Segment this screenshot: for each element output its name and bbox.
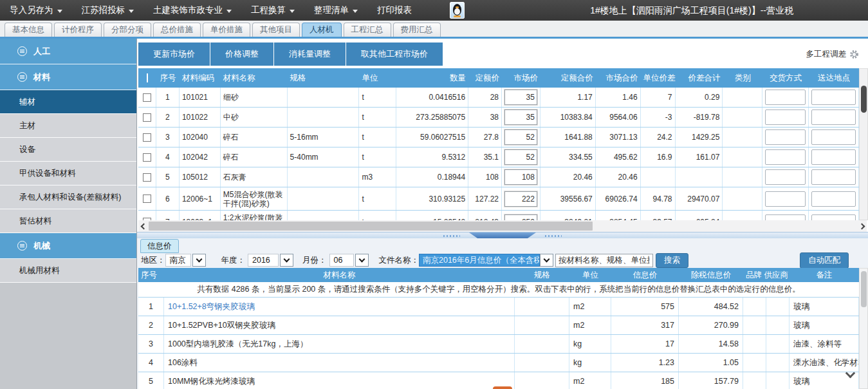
year-select[interactable] [280,254,293,267]
tab-人材机[interactable]: 人材机 [302,23,342,37]
column-header-定额价[interactable]: 定额价 [468,73,502,84]
column-header-checkbox[interactable] [138,73,156,82]
column-header-除税信息价[interactable]: 除税信息价 [679,270,743,281]
row-checkbox[interactable] [143,153,151,162]
sidebar-item-辅材[interactable]: 辅材 [0,90,136,114]
tab-分部分项[interactable]: 分部分项 [104,23,151,37]
market-price-input[interactable]: 52 [504,149,537,165]
column-header-规格[interactable]: 规格 [288,73,360,84]
horizontal-scroll-thumb[interactable] [149,222,593,231]
column-header-材料名称[interactable]: 材料名称 [221,73,288,84]
material-search-input[interactable] [555,254,653,267]
region-select[interactable] [192,254,206,267]
table-row[interactable]: 4102042碎石5-40mmt9.531235.152334.55495.62… [138,147,859,167]
select-all-checkbox[interactable] [147,73,148,82]
column-header-品牌 供应商[interactable]: 品牌 供应商 [743,270,790,281]
column-header-送达地点[interactable]: 送达地点 [809,73,859,84]
market-price-input[interactable]: 222 [504,191,537,207]
table-row[interactable]: 1101021细砂t0.041651628351.171.4670.29 [138,88,859,108]
panel-splitter[interactable] [137,232,868,238]
destination-input[interactable] [811,90,856,105]
column-header-材料名称[interactable]: 材料名称 [164,270,515,281]
info-price-row[interactable]: 31000型内墙乳胶漆（无光17kg，上海）kg1714.58油漆、涂料等 [138,335,859,354]
delivery-input[interactable] [765,149,806,165]
menu-item[interactable]: 工程换算 [241,0,304,21]
market-price-input[interactable]: 52 [504,129,537,145]
month-select[interactable] [355,254,369,267]
tab-计价程序[interactable]: 计价程序 [54,23,102,37]
file-select-value[interactable]: 南京2016年6月信息价（全本含税 [419,254,540,267]
destination-input[interactable] [811,169,856,185]
month-select-value[interactable]: 06 [329,254,354,267]
info-price-vertical-scrollbar[interactable] [859,268,868,389]
tab-总价措施[interactable]: 总价措施 [153,23,201,37]
menu-item[interactable]: 土建装饰市政专业 [143,0,241,21]
table-row[interactable]: 713003~11:2水泥砂浆(散装干拌(混)砂浆)t15.29542212.4… [138,211,859,220]
row-checkbox[interactable] [143,113,151,122]
column-header-单位[interactable]: 单位 [359,73,396,84]
row-checkbox[interactable] [143,194,151,203]
row-checkbox[interactable] [143,93,151,102]
bottom-splitter-handle[interactable] [493,386,512,389]
column-header-序号[interactable]: 序号 [138,270,164,281]
column-header-信息价[interactable]: 信息价 [611,270,679,281]
scroll-right-arrow-icon[interactable] [856,220,867,232]
sidebar-item-设备[interactable]: 设备 [0,138,136,162]
destination-input[interactable] [811,129,856,145]
info-price-scroll-thumb[interactable] [861,271,867,307]
row-checkbox[interactable] [143,173,151,182]
auto-match-button[interactable]: 自动匹配 [800,252,849,269]
column-header-数量[interactable]: 数量 [396,73,468,84]
sidebar-item-承包人材料和设备(差额材料)[interactable]: 承包人材料和设备(差额材料) [0,185,136,209]
menu-item[interactable]: 导入另存为 [0,0,72,21]
scroll-left-arrow-icon[interactable] [138,220,149,232]
tab-费用汇总[interactable]: 费用汇总 [393,23,441,37]
delivery-input[interactable] [765,169,806,185]
market-price-input[interactable]: 35 [504,90,537,105]
multi-project-adjust-tool[interactable]: 多工程调差 [806,49,860,60]
year-select-value[interactable]: 2016 [248,254,279,267]
toolbar-button-价格调整[interactable]: 价格调整 [210,43,273,66]
sidebar-item-暂估材料[interactable]: 暂估材料 [0,209,136,233]
info-price-row[interactable]: 4106涂料kg1.231.05溧水油漆、化学材料类 [138,354,859,372]
column-header-规格[interactable]: 规格 [515,270,569,281]
tab-工程汇总[interactable]: 工程汇总 [344,23,391,37]
destination-input[interactable] [811,214,856,221]
table-row[interactable]: 612006~1M5混合砂浆(散装干拌(混)砂浆)t310.93125127.2… [138,187,859,211]
table-row[interactable]: 3102040碎石5-16mmt59.0602751527.8521641.88… [138,128,859,147]
sidebar-item-甲供设备和材料[interactable]: 甲供设备和材料 [0,162,136,185]
destination-input[interactable] [811,149,856,165]
column-header-价差合计[interactable]: 价差合计 [676,73,723,84]
tab-其他项目[interactable]: 其他项目 [252,23,300,37]
menu-item[interactable]: 江苏招投标 [72,0,144,21]
column-header-类别[interactable]: 类别 [723,73,762,84]
file-select[interactable] [540,254,553,267]
market-price-input[interactable]: 108 [504,169,537,185]
menu-item[interactable]: 整理清单 [304,0,367,21]
search-button[interactable]: 搜索 [656,253,688,268]
delivery-input[interactable] [765,129,806,145]
delivery-input[interactable] [765,90,806,105]
column-header-交货方式[interactable]: 交货方式 [762,73,809,84]
delivery-input[interactable] [765,214,806,221]
delivery-input[interactable] [765,109,806,125]
toolbar-button-消耗量调整[interactable]: 消耗量调整 [274,43,346,66]
tab-基本信息[interactable]: 基本信息 [5,23,52,37]
sidebar-group-机械[interactable]: 机械 [0,233,136,259]
sidebar-item-主材[interactable]: 主材 [0,114,136,138]
info-price-row[interactable]: 110+1.52+8弯钢夹胶玻璃m2575484.52玻璃 [138,298,859,316]
column-header-序号[interactable]: 序号 [156,73,180,84]
table-row[interactable]: 5105012石灰膏m30.1894410810820.4620.46 [138,167,859,187]
gear-icon[interactable] [849,50,859,59]
table-row[interactable]: 2101022中砂t273.25885075383510383.849564.0… [138,108,859,128]
column-header-定额合价[interactable]: 定额合价 [540,73,596,84]
column-header-单位价差[interactable]: 单位价差 [641,73,676,84]
market-price-input[interactable]: 35 [504,109,537,125]
column-header-材料编码[interactable]: 材料编码 [180,73,221,84]
market-price-input[interactable]: 252 [504,214,537,221]
materials-vertical-scrollbar[interactable] [859,68,868,220]
column-header-市场合价[interactable]: 市场合价 [596,73,641,84]
destination-input[interactable] [811,191,856,207]
tab-info-price[interactable]: 信息价 [140,239,179,253]
sidebar-item-机械用材料[interactable]: 机械用材料 [0,259,136,283]
